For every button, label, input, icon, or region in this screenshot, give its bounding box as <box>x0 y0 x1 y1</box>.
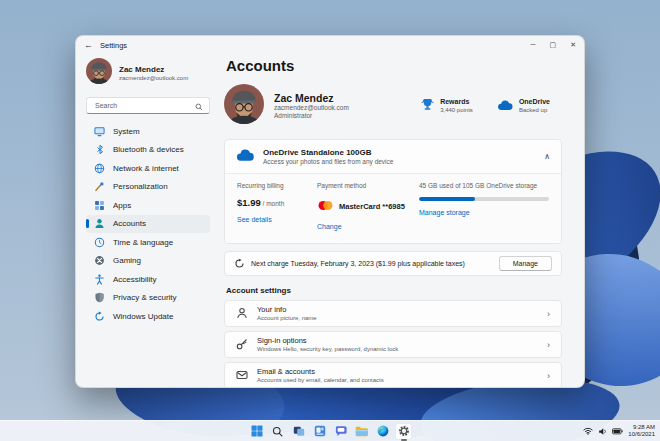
settings-window: ← Settings ─ ▢ ✕ <box>75 35 585 388</box>
row-title: Email & accounts <box>257 367 384 377</box>
onedrive-cloud-icon <box>236 148 254 166</box>
sidebar: Zac Mendez zacmendez@outlook.com System <box>76 54 216 387</box>
bluetooth-icon <box>94 144 105 155</box>
sidebar-item-personalization[interactable]: Personalization <box>86 178 210 197</box>
battery-icon[interactable] <box>612 428 623 435</box>
sidebar-item-label: Windows Update <box>113 312 173 321</box>
start-button[interactable] <box>248 423 265 440</box>
onedrive-cloud-icon <box>497 97 513 115</box>
chat-icon[interactable] <box>332 423 349 440</box>
update-icon <box>94 311 105 322</box>
accessibility-icon <box>94 274 105 285</box>
email-accounts-row[interactable]: Email & accounts Accounts used by email,… <box>224 362 562 388</box>
back-button[interactable]: ← <box>84 40 98 50</box>
search-icon <box>195 97 203 115</box>
taskbar: 9:28 AM 10/6/2021 <box>0 420 660 441</box>
volume-icon[interactable] <box>598 427 607 436</box>
sidebar-item-label: Personalization <box>113 182 168 191</box>
page-title: Accounts <box>226 57 562 75</box>
task-view-icon[interactable] <box>290 423 307 440</box>
chevron-up-icon[interactable]: ∧ <box>544 152 550 161</box>
profile-role: Administrator <box>274 112 349 121</box>
edge-icon[interactable] <box>374 423 391 440</box>
row-title: Your info <box>257 305 317 315</box>
network-icon <box>94 163 105 174</box>
wifi-icon[interactable] <box>583 427 593 435</box>
person-icon <box>236 305 248 323</box>
avatar <box>224 84 264 128</box>
sidebar-nav: System Bluetooth & devices Network & int… <box>86 122 210 326</box>
storage-progress-bar <box>419 197 549 201</box>
next-charge-text: Next charge Tuesday, February 3, 2023 ($… <box>251 260 465 267</box>
manage-storage-link[interactable]: Manage storage <box>419 209 470 216</box>
profile-name: Zac Mendez <box>274 92 349 104</box>
sidebar-item-bluetooth-devices[interactable]: Bluetooth & devices <box>86 141 210 160</box>
onedrive-card-header[interactable]: OneDrive Standalone 100GB Access your ph… <box>225 140 561 173</box>
price-value: $1.99 <box>237 197 261 208</box>
taskbar-search-icon[interactable] <box>269 423 286 440</box>
sidebar-item-label: Accounts <box>113 219 146 228</box>
rewards-icon <box>421 97 434 115</box>
sidebar-profile-name: Zac Mendez <box>119 65 188 74</box>
sidebar-item-apps[interactable]: Apps <box>86 196 210 215</box>
key-icon <box>236 336 248 354</box>
storage-section: 45 GB used of 105 GB OneDrive storage Ma… <box>419 182 549 233</box>
sidebar-item-windows-update[interactable]: Windows Update <box>86 307 210 326</box>
widgets-icon[interactable] <box>311 423 328 440</box>
search-box[interactable] <box>86 97 210 114</box>
sign-in-options-row[interactable]: Sign-in options Windows Hello, security … <box>224 331 562 358</box>
see-details-link[interactable]: See details <box>237 216 272 223</box>
onedrive-title: OneDrive <box>519 98 550 107</box>
sidebar-item-label: Bluetooth & devices <box>113 145 184 154</box>
close-button[interactable]: ✕ <box>570 36 576 54</box>
onedrive-plan-subtitle: Access your photos and files from any de… <box>263 158 393 166</box>
search-input[interactable] <box>93 101 195 110</box>
rewards-pill[interactable]: Rewards 3,440 points <box>421 97 473 115</box>
sidebar-item-label: System <box>113 127 140 136</box>
maximize-button[interactable]: ▢ <box>550 36 557 54</box>
sidebar-item-system[interactable]: System <box>86 122 210 141</box>
sidebar-item-gaming[interactable]: Gaming <box>86 252 210 271</box>
taskbar-settings-icon[interactable] <box>395 423 412 440</box>
price-period: / month <box>261 200 284 207</box>
sidebar-item-network-internet[interactable]: Network & internet <box>86 159 210 178</box>
sidebar-item-label: Privacy & security <box>113 293 177 302</box>
sidebar-profile[interactable]: Zac Mendez zacmendez@outlook.com <box>86 58 210 88</box>
storage-progress-fill <box>419 197 475 201</box>
system-icon <box>94 126 105 137</box>
manage-button[interactable]: Manage <box>499 256 552 271</box>
sidebar-item-label: Accessibility <box>113 275 157 284</box>
file-explorer-icon[interactable] <box>353 423 370 440</box>
system-tray: 9:28 AM 10/6/2021 <box>583 421 655 441</box>
recurring-billing-label: Recurring billing <box>237 182 317 190</box>
payment-method-section: Payment method MasterCard **6985 Change <box>317 182 419 233</box>
account-settings-header: Account settings <box>226 286 562 295</box>
apps-icon <box>94 200 105 211</box>
onedrive-status: Backed up <box>519 106 550 114</box>
gaming-icon <box>94 255 105 266</box>
next-charge-row: Next charge Tuesday, February 3, 2023 ($… <box>224 251 562 276</box>
shield-icon <box>94 292 105 303</box>
minimize-button[interactable]: ─ <box>531 36 536 54</box>
sidebar-profile-email: zacmendez@outlook.com <box>119 74 188 82</box>
rewards-points: 3,440 points <box>440 106 473 114</box>
taskbar-clock[interactable]: 9:28 AM 10/6/2021 <box>628 424 655 438</box>
sync-icon <box>234 255 245 273</box>
sidebar-item-accounts[interactable]: Accounts <box>86 215 210 234</box>
payment-method-label: Payment method <box>317 182 419 190</box>
your-info-row[interactable]: Your info Account picture, name › <box>224 300 562 327</box>
clock-icon <box>94 237 105 248</box>
accounts-page: Accounts <box>216 54 584 387</box>
sidebar-item-time-language[interactable]: Time & language <box>86 233 210 252</box>
storage-usage-label: 45 GB used of 105 GB OneDrive storage <box>419 182 549 190</box>
change-payment-link[interactable]: Change <box>317 223 342 230</box>
clock-date: 10/6/2021 <box>628 431 655 438</box>
sidebar-item-privacy-security[interactable]: Privacy & security <box>86 289 210 308</box>
rewards-title: Rewards <box>440 98 473 107</box>
recurring-billing-section: Recurring billing $1.99 / month See deta… <box>237 182 317 233</box>
avatar <box>86 58 112 88</box>
onedrive-status-pill[interactable]: OneDrive Backed up <box>497 97 550 115</box>
titlebar: ← Settings ─ ▢ ✕ <box>76 36 584 54</box>
sidebar-item-accessibility[interactable]: Accessibility <box>86 270 210 289</box>
chevron-right-icon: › <box>547 340 550 350</box>
